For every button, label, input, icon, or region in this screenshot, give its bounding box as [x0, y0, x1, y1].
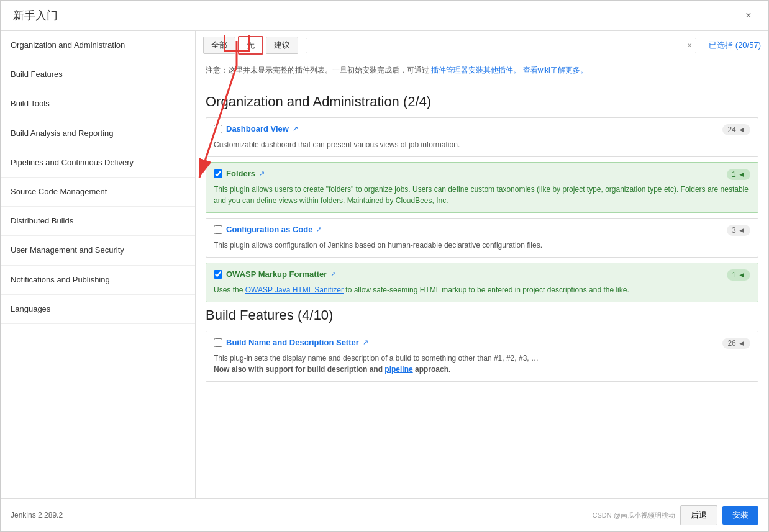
dialog: 新手入门 × Organization and AdministrationBu…: [0, 0, 769, 532]
plugin-ext-link-config-as-code[interactable]: ↗: [316, 225, 322, 233]
sidebar-item-pipelines[interactable]: Pipelines and Continuous Delivery: [1, 148, 195, 178]
plugin-ext-link-folders[interactable]: ↗: [259, 169, 265, 178]
notice-bar: 注意：这里并未显示完整的插件列表。一旦初始安装完成后，可通过 插件管理器安装其他…: [196, 60, 768, 81]
tab-all[interactable]: 全部: [203, 37, 235, 54]
plugin-title-row-owasp-markup: OWASP Markup Formatter↗: [214, 269, 336, 279]
plugin-header-build-name-setter: Build Name and Description Setter↗26 ◄: [214, 338, 750, 349]
title-bar: 新手入门 ×: [1, 1, 768, 31]
tab-none[interactable]: 无: [238, 36, 263, 55]
version-label: Jenkins 2.289.2: [11, 511, 63, 520]
sidebar-item-languages[interactable]: Languages: [1, 295, 195, 324]
section-heading-org-admin-section: Organization and Administration (2/4): [206, 94, 758, 110]
plugin-count-owasp-markup: 1 ◄: [727, 269, 750, 281]
section-build-features-section: Build Features (4/10)Build Name and Desc…: [206, 307, 758, 382]
plugin-count-dashboard-view: 24 ◄: [722, 124, 750, 135]
plugin-title-row-build-name-setter: Build Name and Description Setter↗: [214, 338, 368, 347]
plugin-title-row-config-as-code: Configuration as Code↗: [214, 225, 322, 234]
sidebar-item-user-management[interactable]: User Management and Security: [1, 236, 195, 265]
plugin-item-dashboard-view: Dashboard View↗24 ◄Customizable dashboar…: [206, 117, 758, 157]
plugin-checkbox-build-name-setter[interactable]: [214, 338, 222, 347]
tab-suggested[interactable]: 建议: [266, 37, 298, 54]
sidebar-item-org-admin[interactable]: Organization and Administration: [1, 31, 195, 60]
notice-wiki-link[interactable]: 查看wiki了解更多。: [523, 66, 588, 74]
plugin-name-dashboard-view[interactable]: Dashboard View: [226, 124, 289, 133]
plugin-desc-owasp-markup: Uses the OWASP Java HTML Sanitizer to al…: [214, 284, 750, 295]
plugin-header-folders: Folders↗1 ◄: [214, 169, 750, 180]
content-area: Organization and Administration (2/4)Das…: [196, 81, 768, 498]
plugin-name-folders[interactable]: Folders: [226, 169, 255, 178]
search-clear-button[interactable]: ×: [687, 40, 692, 50]
watermark: CSDN @南瓜小视频明桃动: [593, 511, 675, 520]
plugin-item-folders: Folders↗1 ◄This plugin allows users to c…: [206, 162, 758, 213]
plugin-checkbox-config-as-code[interactable]: [214, 225, 222, 234]
sidebar-item-build-features[interactable]: Build Features: [1, 60, 195, 89]
plugin-ext-link-owasp-markup[interactable]: ↗: [330, 270, 336, 278]
plugin-name-owasp-markup[interactable]: OWASP Markup Formatter: [226, 269, 327, 279]
install-button[interactable]: 安装: [722, 506, 758, 525]
plugin-ext-link-dashboard-view[interactable]: ↗: [293, 125, 298, 133]
plugin-desc-folders: This plugin allows users to create "fold…: [214, 184, 750, 206]
sidebar-item-notifications[interactable]: Notifications and Publishing: [1, 266, 195, 295]
dialog-title: 新手入门: [13, 8, 58, 23]
main-content: Organization and AdministrationBuild Fea…: [1, 31, 768, 498]
plugin-name-config-as-code[interactable]: Configuration as Code: [226, 225, 312, 234]
section-heading-build-features-section: Build Features (4/10): [206, 307, 758, 323]
plugin-header-dashboard-view: Dashboard View↗24 ◄: [214, 124, 750, 135]
sidebar-item-distributed-builds[interactable]: Distributed Builds: [1, 207, 195, 236]
plugin-header-config-as-code: Configuration as Code↗3 ◄: [214, 225, 750, 236]
plugin-count-config-as-code: 3 ◄: [727, 225, 750, 236]
plugin-desc-build-name-setter: This plug-in sets the display name and d…: [214, 353, 750, 375]
notice-text-before: 注意：这里并未显示完整的插件列表。一旦初始安装完成后，可通过: [206, 66, 429, 74]
notice-plugin-manager-link[interactable]: 插件管理器安装其他插件。: [431, 66, 521, 74]
plugin-count-build-name-setter: 26 ◄: [722, 338, 750, 349]
plugin-item-build-name-setter: Build Name and Description Setter↗26 ◄Th…: [206, 331, 758, 382]
footer: Jenkins 2.289.2 CSDN @南瓜小视频明桃动 后退 安装: [1, 498, 768, 531]
plugin-checkbox-folders[interactable]: [214, 169, 222, 178]
sidebar-item-build-analysis[interactable]: Build Analysis and Reporting: [1, 119, 195, 148]
plugin-item-config-as-code: Configuration as Code↗3 ◄This plugin all…: [206, 218, 758, 258]
plugin-desc-config-as-code: This plugin allows configuration of Jenk…: [214, 240, 750, 251]
plugin-checkbox-dashboard-view[interactable]: [214, 125, 222, 133]
plugin-item-owasp-markup: OWASP Markup Formatter↗1 ◄Uses the OWASP…: [206, 263, 758, 302]
plugin-title-row-dashboard-view: Dashboard View↗: [214, 124, 298, 133]
selected-count-label: 已选择 (20/57): [709, 40, 761, 51]
sidebar-item-build-tools[interactable]: Build Tools: [1, 89, 195, 119]
back-button[interactable]: 后退: [680, 505, 717, 525]
close-button[interactable]: ×: [741, 8, 756, 23]
search-input[interactable]: [310, 38, 687, 53]
owasp-link[interactable]: OWASP Java HTML Sanitizer: [245, 286, 344, 294]
plugin-header-owasp-markup: OWASP Markup Formatter↗1 ◄: [214, 269, 750, 281]
plugin-title-row-folders: Folders↗: [214, 169, 265, 178]
plugin-ext-link-build-name-setter[interactable]: ↗: [363, 338, 368, 346]
tab-bar: 全部无建议 × 已选择 (20/57): [196, 31, 768, 60]
sidebar-item-source-code[interactable]: Source Code Management: [1, 178, 195, 207]
plugin-count-folders: 1 ◄: [727, 169, 750, 180]
footer-right: CSDN @南瓜小视频明桃动 后退 安装: [593, 505, 758, 525]
plugin-checkbox-owasp-markup[interactable]: [214, 270, 222, 279]
pipeline-link[interactable]: pipeline: [384, 365, 412, 374]
right-panel: 全部无建议 × 已选择 (20/57) 注意：这里并未显示完整的插件列表。一旦初…: [196, 31, 768, 498]
plugin-desc-dashboard-view: Customizable dashboard that can present …: [214, 139, 750, 150]
sidebar: Organization and AdministrationBuild Fea…: [1, 31, 196, 498]
search-area: ×: [306, 38, 696, 53]
section-org-admin-section: Organization and Administration (2/4)Das…: [206, 94, 758, 302]
plugin-name-build-name-setter[interactable]: Build Name and Description Setter: [226, 338, 359, 347]
